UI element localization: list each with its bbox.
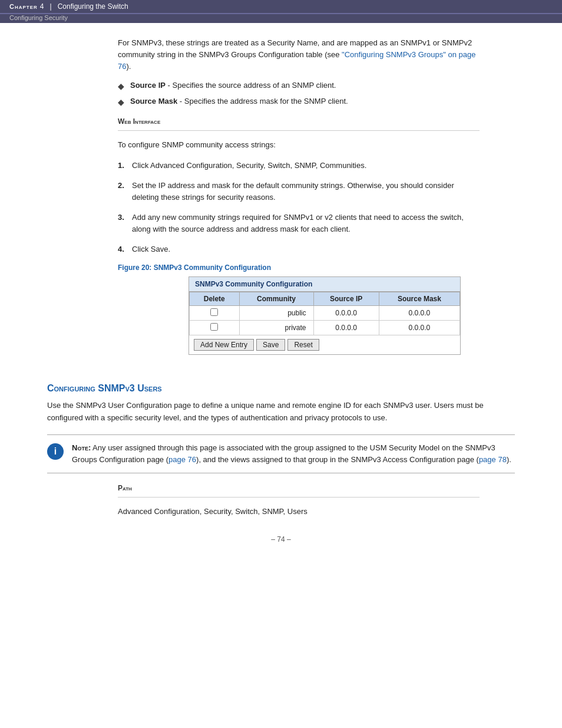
step-4: 4. Click Save. xyxy=(118,243,480,255)
path-label: Path xyxy=(118,484,480,492)
table-header-row: Delete Community Source IP Source Mask xyxy=(190,292,460,306)
bullet-source-ip: ◆ Source IP - Specifies the source addre… xyxy=(118,81,480,91)
bullet-source-mask: ◆ Source Mask - Specifies the address ma… xyxy=(118,97,480,107)
step-1: 1. Click Advanced Configuration, Securit… xyxy=(118,160,480,172)
source-ip-1: 0.0.0.0 xyxy=(313,306,379,321)
table-container: SNMPv3 Community Configuration Delete Co… xyxy=(118,276,480,369)
col-delete: Delete xyxy=(190,292,240,306)
note-label: Note: xyxy=(72,443,91,452)
checkbox-1[interactable] xyxy=(210,308,218,316)
step-text-3: Add any new community strings required f… xyxy=(132,212,480,235)
page-footer: – 74 – xyxy=(47,535,515,543)
web-interface-divider xyxy=(118,130,480,131)
col-community: Community xyxy=(239,292,313,306)
section-heading-snmpv3-users: Configuring SNMPv3 Users xyxy=(47,383,515,394)
note-text: Note: Any user assigned through this pag… xyxy=(72,442,515,466)
col-source-mask: Source Mask xyxy=(379,292,459,306)
config-table: Delete Community Source IP Source Mask p… xyxy=(189,292,460,335)
header-sep: | xyxy=(50,2,52,11)
path-divider xyxy=(118,497,480,498)
reset-button[interactable]: Reset xyxy=(287,339,319,351)
delete-checkbox-1[interactable] xyxy=(190,306,240,321)
step-num-4: 4. xyxy=(118,243,132,255)
community-1: public xyxy=(239,306,313,321)
section-intro: Use the SNMPv3 User Configuration page t… xyxy=(47,400,515,423)
note-link-76[interactable]: page 76 xyxy=(168,455,196,464)
source-ip-2: 0.0.0.0 xyxy=(313,321,379,335)
chapter-label: Chapter xyxy=(9,3,38,10)
table-wrapper: SNMPv3 Community Configuration Delete Co… xyxy=(189,276,461,355)
save-button[interactable]: Save xyxy=(256,339,285,351)
source-mask-2: 0.0.0.0 xyxy=(379,321,459,335)
chapter-num: 4 xyxy=(40,2,44,11)
steps-list: 1. Click Advanced Configuration, Securit… xyxy=(118,160,480,256)
step-num-1: 1. xyxy=(118,160,132,172)
table-row: public 0.0.0.0 0.0.0.0 xyxy=(190,306,460,321)
term-source-ip: Source IP xyxy=(130,81,166,90)
step-3: 3. Add any new community strings require… xyxy=(118,212,480,235)
step-text-2: Set the IP address and mask for the defa… xyxy=(132,180,480,203)
community-2: private xyxy=(239,321,313,335)
table-actions: Add New Entry Save Reset xyxy=(189,335,460,354)
bullet-source-mask-text: Source Mask - Specifies the address mask… xyxy=(130,97,348,106)
header-subline: Configuring Security xyxy=(0,14,562,23)
term-source-mask: Source Mask xyxy=(130,97,177,106)
step-num-3: 3. xyxy=(118,212,132,235)
step-num-2: 2. xyxy=(118,180,132,203)
path-text: Advanced Configuration, Security, Switch… xyxy=(118,506,480,518)
note-icon: i xyxy=(47,443,64,460)
path-section: Path Advanced Configuration, Security, S… xyxy=(118,484,480,518)
intro-paragraph: For SNMPv3, these strings are treated as… xyxy=(118,37,480,73)
header-bar: Chapter 4 | Configuring the Switch xyxy=(0,0,562,14)
bullet-diamond-2: ◆ xyxy=(118,97,124,107)
add-new-entry-button[interactable]: Add New Entry xyxy=(194,339,254,351)
checkbox-2[interactable] xyxy=(210,323,218,331)
bullet-source-ip-text: Source IP - Specifies the source address… xyxy=(130,81,336,90)
step-text-1: Click Advanced Configuration, Security, … xyxy=(132,160,480,172)
web-interface-intro: To configure SNMP community access strin… xyxy=(118,139,480,151)
delete-checkbox-2[interactable] xyxy=(190,321,240,335)
main-content: For SNMPv3, these strings are treated as… xyxy=(0,23,562,567)
chapter-title: Configuring the Switch xyxy=(58,2,128,11)
step-text-4: Click Save. xyxy=(132,243,480,255)
source-mask-1: 0.0.0.0 xyxy=(379,306,459,321)
note-link-78[interactable]: page 78 xyxy=(479,455,507,464)
table-title: SNMPv3 Community Configuration xyxy=(189,277,460,292)
snmpv3-groups-link[interactable]: "Configuring SNMPv3 Groups" on page 76 xyxy=(118,50,476,71)
web-interface-label: Web Interface xyxy=(118,117,480,126)
col-source-ip: Source IP xyxy=(313,292,379,306)
bullet-diamond-1: ◆ xyxy=(118,81,124,91)
note-box: i Note: Any user assigned through this p… xyxy=(47,434,515,473)
figure-label: Figure 20: SNMPv3 Community Configuratio… xyxy=(118,263,515,272)
table-row: private 0.0.0.0 0.0.0.0 xyxy=(190,321,460,335)
step-2: 2. Set the IP address and mask for the d… xyxy=(118,180,480,203)
